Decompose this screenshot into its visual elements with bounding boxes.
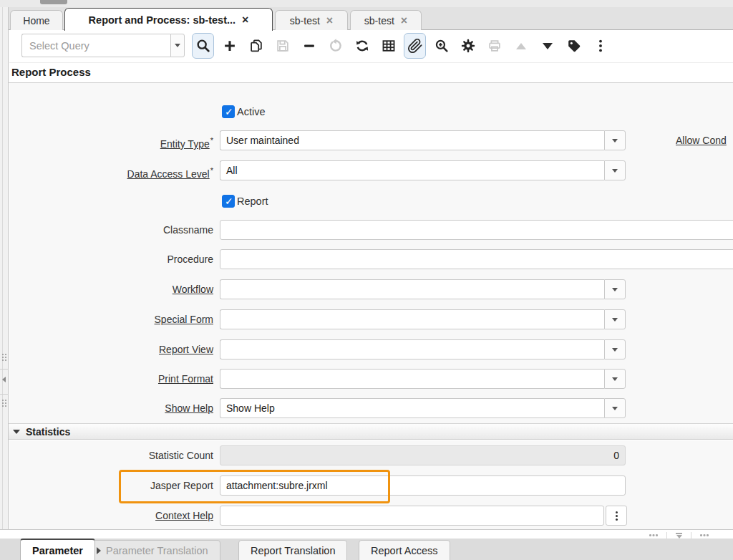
report-view-value[interactable] [220,339,604,359]
report-view-label[interactable]: Report View [0,339,213,359]
classname-row: Classname [0,220,733,240]
tab-label: sb-test [290,15,320,26]
show-help-value[interactable]: Show Help [220,398,604,418]
workflow-dropdown-button[interactable] [604,279,626,299]
tab-parameter[interactable]: Parameter [20,539,95,560]
chevron-down-icon [612,169,618,173]
print-button[interactable] [483,33,505,59]
tag-icon [566,38,582,54]
print-format-label[interactable]: Print Format [0,369,213,389]
special-form-label[interactable]: Special Form [0,309,213,329]
data-access-level-label[interactable]: Data Access Level* [0,160,213,184]
special-form-value[interactable] [220,309,604,329]
tab-parameter-translation[interactable]: Parameter Translation [84,540,220,560]
select-query-combobox [21,34,185,57]
kebab-icon [616,511,618,521]
context-help-more-button[interactable] [606,506,627,526]
entity-type-value[interactable]: User maintained [220,130,604,150]
close-tab-icon[interactable]: × [242,14,248,26]
workflow-label[interactable]: Workflow [0,279,213,299]
detail-record-button[interactable] [536,33,558,59]
context-help-input[interactable] [220,506,604,526]
active-checkbox[interactable] [222,105,235,118]
statistics-section-header[interactable]: Statistics [9,423,733,440]
top-scroll-nub [40,0,67,4]
tab-sb-test-2[interactable]: sb-test × [350,10,422,30]
grid-view-button[interactable] [377,33,399,59]
active-row: Active [0,103,733,123]
parent-record-button[interactable] [510,33,532,59]
data-access-level-combo: All [220,160,626,180]
attachment-button[interactable] [404,33,426,59]
context-help-label[interactable]: Context Help [0,506,213,526]
context-help-row: Context Help [0,506,733,526]
report-view-dropdown-button[interactable] [604,339,626,359]
report-view-combo [220,339,626,359]
tab-home[interactable]: Home [10,10,63,30]
print-format-value[interactable] [220,369,604,389]
tab-sb-test-1[interactable]: sb-test × [275,10,348,30]
zoom-across-button[interactable] [430,33,452,59]
active-label: Active [237,103,266,120]
close-tab-icon[interactable]: × [326,15,333,26]
close-tab-icon[interactable]: × [401,15,407,26]
tab-report-and-process[interactable]: Report and Process: sb-test... × [64,8,273,31]
delete-record-button[interactable] [298,33,320,59]
page-title: Report Process [11,66,91,78]
show-help-dropdown-button[interactable] [604,398,626,418]
tab-report-access[interactable]: Report Access [359,540,450,560]
report-process-window: Home Report and Process: sb-test... × sb… [0,0,733,560]
copy-record-button[interactable] [245,33,267,59]
procedure-input[interactable] [220,249,733,269]
jasper-report-input[interactable]: attachment:subre.jrxml [220,475,626,496]
select-query-input[interactable] [21,34,170,57]
tab-label: Home [23,15,49,26]
more-actions-button[interactable] [589,33,611,59]
classname-input[interactable] [220,220,733,240]
window-tab-bar: Home Report and Process: sb-test... × sb… [9,7,733,30]
statistic-count-field: 0 [220,445,626,465]
triangle-up-icon [516,43,526,49]
printer-icon [487,38,503,54]
procedure-row: Procedure [0,249,733,269]
report-checkbox[interactable] [222,195,235,208]
jasper-report-row: Jasper Report attachment:subre.jrxml [0,475,733,496]
print-format-dropdown-button[interactable] [604,369,626,389]
undo-button[interactable] [324,33,346,59]
statistic-count-label: Statistic Count [0,445,213,465]
entity-type-combo: User maintained [220,130,626,150]
special-form-dropdown-button[interactable] [604,309,626,329]
show-help-row: Show Help Show Help [0,398,733,418]
process-button[interactable] [457,33,479,59]
divider [666,532,667,539]
splitter-grip-icon[interactable] [649,534,658,536]
allow-cond-label[interactable]: Allow Cond [676,130,733,150]
data-access-level-dropdown-button[interactable] [604,160,626,180]
detail-tab-bar: Parameter Parameter Translation Report T… [0,539,733,560]
save-button[interactable] [271,33,293,59]
refresh-button[interactable] [351,33,373,59]
chevron-down-icon [612,288,618,291]
search-button[interactable] [192,33,214,59]
data-access-level-value[interactable]: All [220,160,604,180]
search-icon [195,38,211,54]
show-help-label[interactable]: Show Help [0,398,213,418]
chevron-down-icon [612,377,618,381]
chevron-down-icon [175,44,180,47]
plus-icon [222,38,238,54]
chevron-down-icon [612,348,618,352]
workflow-value[interactable] [220,279,604,299]
entity-type-label[interactable]: Entity Type* [0,130,213,154]
collapse-down-icon[interactable] [676,533,682,539]
select-query-dropdown-button[interactable] [170,34,185,57]
tab-report-translation[interactable]: Report Translation [238,540,347,560]
splitter-divider [0,394,9,395]
south-splitter[interactable] [0,529,733,539]
workflow-row: Workflow [0,279,733,299]
label-button[interactable] [563,33,585,59]
entity-type-dropdown-button[interactable] [604,130,626,150]
report-label: Report [237,193,268,210]
splitter-grip-icon[interactable] [700,534,709,536]
new-record-button[interactable] [218,33,241,59]
south-splitter-controls [649,532,709,539]
